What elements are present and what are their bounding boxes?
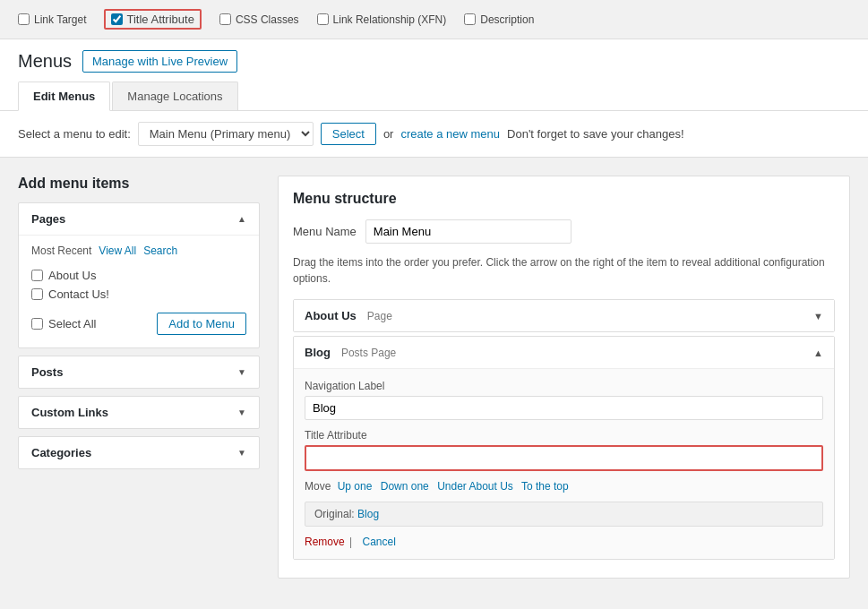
custom-links-section: Custom Links ▼: [18, 396, 260, 429]
view-all-tab[interactable]: View All: [99, 244, 136, 257]
menus-title-row: Menus Manage with Live Preview: [18, 50, 850, 73]
search-tab[interactable]: Search: [143, 244, 177, 257]
action-row: Remove | Cancel: [305, 536, 823, 548]
add-menu-items-title: Add menu items: [18, 176, 260, 192]
title-attribute-checkbox[interactable]: [111, 13, 123, 25]
move-down-one-link[interactable]: Down one: [381, 480, 429, 493]
about-us-chevron-icon: ▼: [813, 311, 823, 322]
left-panel: Add menu items Pages ▲ Most Recent View …: [18, 176, 260, 476]
select-all-item: Select All: [31, 317, 96, 330]
categories-arrow-icon: ▼: [237, 448, 246, 458]
about-us-item-left: About Us Page: [305, 309, 392, 322]
custom-links-accordion-header[interactable]: Custom Links ▼: [19, 397, 259, 428]
nav-label-input[interactable]: [305, 396, 823, 420]
page-item-about-us: About Us: [31, 266, 246, 285]
pages-label: Pages: [31, 212, 65, 226]
title-attribute-field: Title Attribute: [305, 429, 823, 471]
contact-us-page-label: Contact Us!: [48, 287, 109, 301]
link-relationship-option: Link Relationship (XFN): [317, 13, 447, 26]
blog-item-type: Posts Page: [341, 347, 396, 359]
about-us-menu-item-header[interactable]: About Us Page ▼: [294, 300, 834, 331]
select-all-checkbox[interactable]: [31, 318, 43, 330]
move-label: Move: [305, 480, 331, 493]
description-option: Description: [464, 13, 534, 26]
link-target-checkbox[interactable]: [18, 13, 30, 25]
remove-link[interactable]: Remove: [305, 536, 345, 548]
pages-accordion-content: Most Recent View All Search About Us Con…: [19, 235, 259, 347]
contact-us-checkbox[interactable]: [31, 288, 43, 300]
about-us-item-name: About Us: [305, 309, 357, 322]
blog-item-name: Blog: [305, 346, 331, 359]
original-label: Original:: [314, 508, 355, 520]
about-us-menu-item: About Us Page ▼: [293, 299, 835, 332]
select-all-label: Select All: [48, 317, 96, 330]
pages-footer: Select All Add to Menu: [31, 313, 246, 335]
most-recent-tab[interactable]: Most Recent: [31, 244, 91, 257]
link-target-label: Link Target: [34, 13, 86, 26]
screen-options-bar: Link Target Title Attribute CSS Classes …: [0, 0, 868, 39]
nav-label-label: Navigation Label: [305, 380, 823, 392]
custom-links-arrow-icon: ▼: [237, 407, 246, 417]
main-content: Add menu items Pages ▲ Most Recent View …: [0, 158, 868, 596]
select-menu-label: Select a menu to edit:: [18, 127, 131, 141]
posts-arrow-icon: ▼: [237, 367, 246, 377]
categories-accordion-header[interactable]: Categories ▼: [19, 437, 259, 468]
reminder-text: Don't forget to save your changes!: [507, 127, 684, 141]
posts-label: Posts: [31, 365, 63, 379]
menus-title: Menus: [18, 51, 72, 72]
css-classes-option: CSS Classes: [219, 13, 299, 26]
original-blog-link[interactable]: Blog: [357, 508, 379, 520]
link-target-option: Link Target: [18, 13, 86, 26]
about-us-item-type: Page: [367, 310, 392, 322]
menu-name-label: Menu Name: [293, 225, 357, 238]
or-text: or: [383, 127, 394, 141]
create-new-menu-link[interactable]: create a new menu: [400, 127, 500, 141]
live-preview-button[interactable]: Manage with Live Preview: [82, 50, 237, 73]
tab-edit-menus[interactable]: Edit Menus: [18, 81, 110, 111]
pages-accordion-header[interactable]: Pages ▲: [19, 203, 259, 235]
blog-item-expanded: Navigation Label Title Attribute Move Up…: [294, 368, 834, 559]
menus-header: Menus Manage with Live Preview Edit Menu…: [0, 39, 868, 111]
original-row: Original: Blog: [305, 502, 823, 527]
blog-chevron-icon: ▲: [813, 347, 823, 358]
menu-select-dropdown[interactable]: Main Menu (Primary menu): [138, 122, 314, 146]
tab-manage-locations[interactable]: Manage Locations: [112, 81, 237, 110]
action-separator: |: [349, 536, 352, 548]
css-classes-checkbox[interactable]: [219, 13, 231, 25]
title-attribute-label: Title Attribute: [126, 13, 193, 26]
about-us-page-label: About Us: [48, 269, 96, 282]
cancel-link[interactable]: Cancel: [363, 536, 396, 548]
description-label: Description: [480, 13, 534, 26]
select-menu-bar: Select a menu to edit: Main Menu (Primar…: [0, 111, 868, 158]
categories-section: Categories ▼: [18, 436, 260, 469]
title-attribute-input[interactable]: [305, 445, 823, 471]
move-row: Move Up one Down one Under About Us To t…: [305, 480, 823, 493]
nav-label-field: Navigation Label: [305, 380, 823, 420]
posts-accordion-header[interactable]: Posts ▼: [19, 356, 259, 388]
title-attribute-option-box: Title Attribute: [104, 9, 201, 30]
menu-structure-title: Menu structure: [293, 191, 835, 207]
move-to-top-link[interactable]: To the top: [521, 480, 569, 493]
link-relationship-checkbox[interactable]: [317, 13, 329, 25]
link-relationship-label: Link Relationship (XFN): [333, 13, 447, 26]
drag-instruction: Drag the items into the order you prefer…: [293, 254, 835, 287]
page-item-contact-us: Contact Us!: [31, 285, 246, 304]
tabs-row: Edit Menus Manage Locations: [18, 81, 850, 110]
menu-name-input[interactable]: [365, 219, 572, 244]
categories-label: Categories: [31, 446, 91, 459]
title-attribute-field-label: Title Attribute: [305, 429, 823, 442]
pages-arrow-icon: ▲: [237, 214, 246, 224]
css-classes-label: CSS Classes: [236, 13, 299, 26]
posts-section: Posts ▼: [18, 356, 260, 389]
move-up-one-link[interactable]: Up one: [338, 480, 373, 493]
description-checkbox[interactable]: [464, 13, 476, 25]
about-us-checkbox[interactable]: [31, 270, 43, 281]
move-under-about-us-link[interactable]: Under About Us: [437, 480, 513, 493]
blog-menu-item-header[interactable]: Blog Posts Page ▲: [294, 337, 834, 368]
pages-tabs: Most Recent View All Search: [31, 244, 246, 257]
custom-links-label: Custom Links: [31, 406, 108, 419]
pages-section: Pages ▲ Most Recent View All Search Abou…: [18, 202, 260, 348]
select-menu-button[interactable]: Select: [321, 123, 376, 145]
menu-name-row: Menu Name: [293, 219, 835, 244]
add-to-menu-button[interactable]: Add to Menu: [157, 313, 246, 335]
